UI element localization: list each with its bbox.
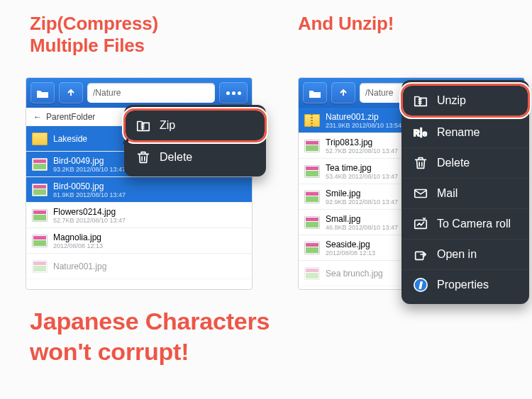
file-row[interactable]: Bird-0050.jpg81.9KB 2012/08/10 13:47 [26,177,252,203]
trash-icon [413,155,428,171]
file-name: Nature001.jpg [53,262,246,271]
up-button[interactable] [59,82,83,103]
menu-item-label: To Camera roll [437,218,511,230]
menu-item-label: Unzip [437,94,466,107]
headline-zip-line1: Zip(Compress) [30,13,158,34]
menu-item-to-camera-roll[interactable]: To Camera roll [401,208,529,239]
menu-item-label: Properties [437,279,489,291]
menu-item-mail[interactable]: Mail [401,178,529,208]
img-icon [304,191,320,203]
folder-icon [32,133,48,145]
img-icon [304,242,320,254]
menu-item-label: Open in [437,248,477,261]
svg-text:i: i [419,280,422,291]
headline-unzip: And Unzip! [298,13,394,35]
file-name: Magnolia.jpg [53,232,246,242]
menu-item-zip[interactable]: Zip [126,111,265,140]
menu-item-delete[interactable]: Delete [401,147,529,178]
more-icon [226,91,241,95]
file-meta: 81.9KB 2012/08/10 13:47 [53,191,246,198]
path-text: /Nature [93,88,121,98]
svg-text:e: e [423,129,427,137]
file-name: Bird-0050.jpg [53,181,246,191]
info-icon: i [413,277,428,293]
img-icon [304,165,320,178]
share-icon [413,247,428,262]
back-arrow-icon: ← [33,112,42,122]
headline-zip: Zip(Compress) Multiple Files [30,13,158,57]
file-meta: 2012/08/08 12:13 [53,242,246,249]
zip-icon [135,118,151,133]
context-menu-unzip: UnzipReRenameDeleteMailTo Camera rollOpe… [401,80,529,304]
img-icon [304,267,320,280]
home-button[interactable] [31,82,55,103]
menu-item-properties[interactable]: iProperties [401,269,529,300]
more-button[interactable] [219,82,248,103]
up-button[interactable] [331,82,355,103]
menu-item-open-in[interactable]: Open in [401,239,529,269]
file-row[interactable]: Magnolia.jpg2012/08/08 12:13 [26,228,252,254]
img-icon [304,140,320,152]
file-meta: 52.7KB 2012/08/10 13:47 [53,217,246,224]
context-menu-zip: ZipDelete [124,105,266,176]
menu-item-delete[interactable]: Delete [124,142,266,172]
mail-icon [413,186,428,201]
menu-item-label: Rename [437,126,480,139]
file-row[interactable]: Nature001.jpg [26,254,252,279]
img-icon [32,260,48,273]
menu-item-label: Delete [437,157,470,169]
img-icon [32,209,48,222]
headline-japanese: Japanese Characters won't corrupt! [30,306,270,366]
img-icon [32,158,48,171]
img-icon [32,184,48,196]
path-field[interactable]: /Nature [87,83,215,103]
menu-item-rename[interactable]: ReRename [401,117,529,147]
camera-icon [413,216,428,232]
zip-icon [413,93,428,108]
rename-icon: Re [413,125,428,140]
menu-item-label: Mail [437,187,458,200]
svg-rect-1 [421,128,421,137]
file-name: Flowers0214.jpg [53,207,246,217]
home-button[interactable] [303,82,327,103]
img-icon [304,216,320,229]
menu-item-unzip[interactable]: Unzip [403,86,528,116]
svg-rect-5 [416,252,423,259]
menu-item-label: Zip [160,119,175,132]
menu-item-label: Delete [160,151,192,164]
img-icon [32,235,48,247]
breadcrumb-label: ParentFolder [46,112,95,122]
toolbar: /Nature [26,78,252,108]
headline-zip-line2: Multiple Files [30,35,145,56]
zip-icon [304,114,320,127]
trash-icon [135,150,151,165]
path-text: /Nature [365,88,393,98]
svg-text:R: R [414,128,420,138]
file-row[interactable]: Flowers0214.jpg52.7KB 2012/08/10 13:47 [26,203,252,228]
